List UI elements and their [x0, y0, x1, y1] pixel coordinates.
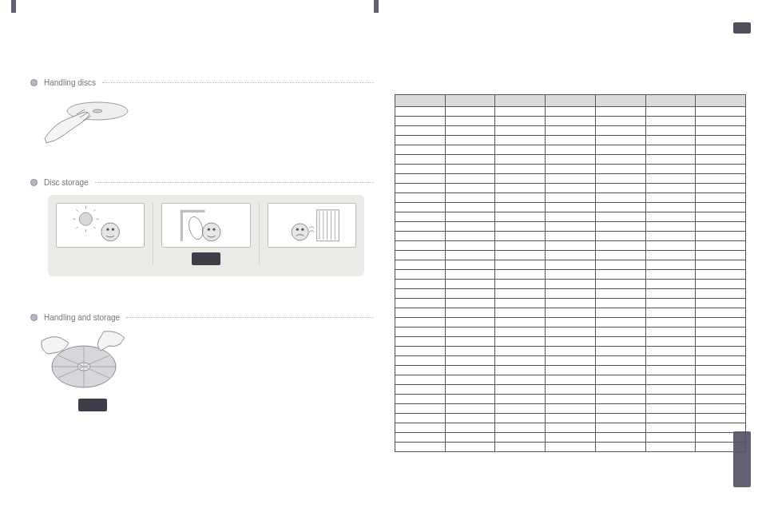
table-cell [495, 328, 546, 337]
table-cell [445, 107, 495, 117]
table-cell [445, 212, 495, 222]
table-cell [395, 212, 446, 222]
table-row [395, 375, 746, 385]
table-cell [546, 174, 596, 184]
storage-cell-heater [259, 203, 356, 265]
table-cell [696, 251, 746, 260]
right-column [395, 24, 746, 519]
table-cell [595, 107, 645, 117]
table-cell [395, 126, 446, 136]
table-cell [645, 289, 696, 299]
table-cell [445, 433, 495, 443]
table-cell [645, 251, 696, 260]
table-cell [395, 155, 446, 165]
table-cell [395, 251, 446, 260]
table-cell [696, 366, 746, 375]
table-cell [445, 117, 495, 126]
table-cell [645, 328, 696, 337]
table-cell [645, 232, 696, 241]
table-cell [495, 251, 546, 260]
table-cell [645, 308, 696, 318]
table-cell [445, 395, 495, 404]
table-cell [445, 366, 495, 375]
table-cell [696, 433, 746, 443]
table-row [395, 366, 746, 375]
table-cell [445, 145, 495, 155]
table-row [395, 174, 746, 184]
table-row [395, 155, 746, 165]
table-cell [445, 289, 495, 299]
table-cell [395, 203, 446, 212]
table-cell [546, 117, 596, 126]
table-cell [495, 174, 546, 184]
table-cell [445, 385, 495, 395]
table-cell [546, 318, 596, 328]
table-cell [495, 203, 546, 212]
table-cell [495, 184, 546, 193]
bullet-icon [30, 314, 38, 321]
table-cell [495, 126, 546, 136]
table-cell [696, 232, 746, 241]
table-cell [445, 414, 495, 423]
table-cell [546, 145, 596, 155]
table-cell [595, 347, 645, 356]
table-cell [395, 347, 446, 356]
table-row [395, 222, 746, 232]
table-cell [595, 356, 645, 366]
table-row [395, 328, 746, 337]
table-row [395, 280, 746, 289]
table-cell [696, 193, 746, 203]
table-cell [495, 280, 546, 289]
table-cell [645, 414, 696, 423]
table-cell [546, 289, 596, 299]
table-cell [445, 318, 495, 328]
table-cell [696, 356, 746, 366]
table-cell [495, 241, 546, 251]
table-cell [495, 299, 546, 308]
table-cell [395, 433, 446, 443]
table-cell [546, 443, 596, 452]
table-cell [395, 107, 446, 117]
table-row [395, 308, 746, 318]
table-cell [595, 385, 645, 395]
table-cell [696, 328, 746, 337]
table-cell [546, 423, 596, 433]
table-cell [445, 241, 495, 251]
table-cell [495, 212, 546, 222]
table-header-cell [595, 95, 645, 107]
bullet-icon [30, 179, 38, 186]
table-cell [595, 414, 645, 423]
svg-point-17 [208, 228, 210, 230]
table-cell [595, 318, 645, 328]
table-cell [595, 222, 645, 232]
table-row [395, 299, 746, 308]
dotted-rule [126, 317, 374, 318]
table-cell [645, 423, 696, 433]
table-cell [546, 222, 596, 232]
table-header-cell [495, 95, 546, 107]
table-cell [696, 241, 746, 251]
table-cell [595, 145, 645, 155]
table-cell [445, 174, 495, 184]
table-cell [395, 395, 446, 404]
table-cell [395, 193, 446, 203]
table-cell [595, 117, 645, 126]
svg-point-13 [112, 228, 114, 230]
table-cell [546, 385, 596, 395]
table-cell [595, 155, 645, 165]
table-cell [696, 375, 746, 385]
table-cell [445, 337, 495, 347]
page-top-marker-mid [374, 0, 379, 13]
table-cell [645, 241, 696, 251]
table-cell [495, 404, 546, 414]
table-header-cell [546, 95, 596, 107]
caption-chip [192, 252, 220, 265]
table-row [395, 385, 746, 395]
table-cell [495, 193, 546, 203]
svg-point-26 [292, 224, 308, 240]
table-cell [645, 356, 696, 366]
table-cell [395, 366, 446, 375]
table-cell [696, 385, 746, 395]
table-cell [645, 260, 696, 270]
table-cell [546, 337, 596, 347]
